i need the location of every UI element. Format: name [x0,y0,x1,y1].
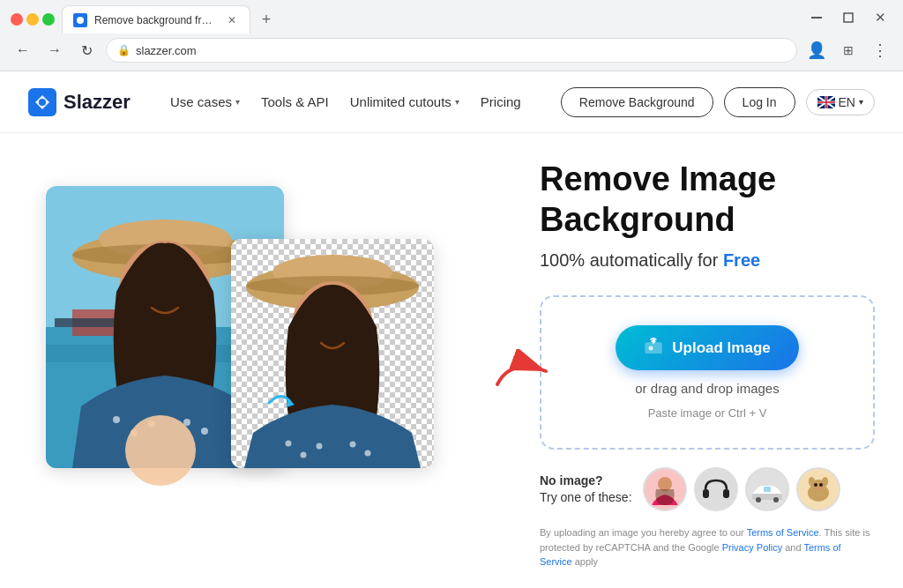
footer-legal-note: By uploading an image you hereby agree t… [540,525,875,569]
extensions-icon[interactable]: ⊞ [836,38,861,63]
sample-image-person[interactable] [643,467,687,511]
logo-icon [28,88,56,116]
address-input[interactable]: 🔒 slazzer.com [106,38,797,63]
svg-rect-44 [646,343,661,354]
nav-use-cases[interactable]: Use cases ▾ [170,94,240,109]
svg-point-61 [816,487,821,490]
lock-icon: 🔒 [117,44,131,56]
svg-rect-50 [723,489,729,498]
svg-point-24 [113,416,120,423]
demo-images [28,168,452,539]
tab-bar: Remove background from im... ✕ + [62,4,279,35]
language-selector[interactable]: EN ▾ [806,89,875,115]
main-nav: Use cases ▾ Tools & API Unlimited cutout… [170,94,521,109]
new-tab-button[interactable]: + [254,7,279,32]
nav-unlimited-cutouts[interactable]: Unlimited cutouts ▾ [350,94,459,109]
free-text: Free [723,250,760,270]
lang-label: EN [839,95,855,109]
decorative-circle [125,415,196,486]
nav-pricing[interactable]: Pricing [481,94,521,109]
svg-point-53 [773,497,779,502]
svg-point-36 [301,452,307,458]
forward-button[interactable]: → [42,38,67,63]
svg-point-0 [77,17,84,24]
lang-chevron-icon: ▾ [859,97,863,107]
close-tab-button[interactable]: ✕ [225,13,239,27]
browser-chrome: Remove background from im... ✕ + ✕ ← → ↻… [0,0,903,71]
svg-rect-49 [703,489,709,498]
drag-drop-text: or drag and drop images [635,381,779,396]
remove-background-button[interactable]: Remove Background [561,87,713,117]
chevron-down-icon: ▾ [235,97,240,107]
account-icon[interactable]: 👤 [804,38,829,63]
svg-point-29 [144,286,156,294]
sample-image-headphones[interactable] [694,467,738,511]
red-arrow-icon [493,349,555,397]
upload-button-label: Upload Image [672,339,770,357]
svg-marker-42 [287,398,295,407]
cutout-image-svg [231,239,434,468]
privacy-policy-link[interactable]: Privacy Policy [722,542,782,553]
maximize-window-button[interactable] [42,13,55,26]
site-content: Slazzer Use cases ▾ Tools & API Unlimite… [0,71,903,588]
reload-button[interactable]: ↻ [74,38,99,63]
terms-of-service-link[interactable]: Terms of Service [747,527,819,538]
address-bar-row: ← → ↻ 🔒 slazzer.com 👤 ⊞ ⋮ [0,32,903,71]
minimize-window-button[interactable] [26,13,39,26]
restore-icon[interactable] [836,5,861,30]
svg-point-59 [814,483,817,487]
paste-text: Paste image or Ctrl + V [648,406,767,420]
chevron-down-icon-2: ▾ [455,97,459,107]
hero-title: Remove Image Background [540,160,875,240]
main-content: Remove Image Background 100% automatical… [0,151,903,569]
upload-section: Remove Image Background 100% automatical… [540,151,875,569]
back-button[interactable]: ← [11,38,35,63]
logo[interactable]: Slazzer [28,88,131,116]
close-icon[interactable]: ✕ [868,5,892,30]
logo-text: Slazzer [63,91,131,114]
close-window-button[interactable] [11,13,23,26]
transparent-background [231,239,434,468]
sample-image-car[interactable] [745,467,789,511]
svg-point-38 [350,442,356,448]
site-header: Slazzer Use cases ▾ Tools & API Unlimite… [0,71,903,133]
sample-image-dog[interactable] [796,467,840,511]
svg-point-28 [201,428,208,435]
svg-point-37 [317,443,323,450]
upload-icon [644,338,663,358]
svg-point-35 [286,441,292,447]
svg-point-30 [174,286,186,294]
browser-titlebar: Remove background from im... ✕ + ✕ [0,0,903,32]
login-button[interactable]: Log In [724,87,795,117]
svg-point-45 [649,346,653,351]
svg-point-60 [819,483,823,487]
active-tab[interactable]: Remove background from im... ✕ [62,5,250,33]
svg-rect-2 [844,13,853,22]
svg-point-48 [658,477,672,491]
svg-rect-54 [764,487,771,492]
upload-dropzone[interactable]: Upload Image or drag and drop images Pas… [540,295,875,450]
svg-point-52 [756,497,761,502]
svg-point-39 [365,450,371,457]
minimize-icon[interactable] [804,5,829,30]
menu-icon[interactable]: ⋮ [868,38,892,63]
window-controls [11,13,55,26]
nav-tools-api[interactable]: Tools & API [261,94,329,109]
header-actions: Remove Background Log In EN ▾ [561,87,875,117]
sample-section: No image? Try one of these: [540,467,875,511]
sample-images-row [643,467,840,511]
svg-rect-1 [811,17,822,19]
svg-point-40 [314,322,325,330]
upload-image-button[interactable]: Upload Image [616,325,798,370]
tab-title: Remove background from im... [94,14,218,26]
svg-point-41 [340,322,351,330]
removed-background-card [231,239,434,468]
sample-label: No image? Try one of these: [540,473,632,507]
blue-arrow-icon [265,385,300,424]
flag-icon [817,96,835,108]
hero-subtitle: 100% automatically for Free [540,250,875,271]
tab-favicon [73,13,87,27]
demo-area [28,151,504,569]
svg-point-4 [39,99,46,106]
url-text: slazzer.com [136,44,197,57]
